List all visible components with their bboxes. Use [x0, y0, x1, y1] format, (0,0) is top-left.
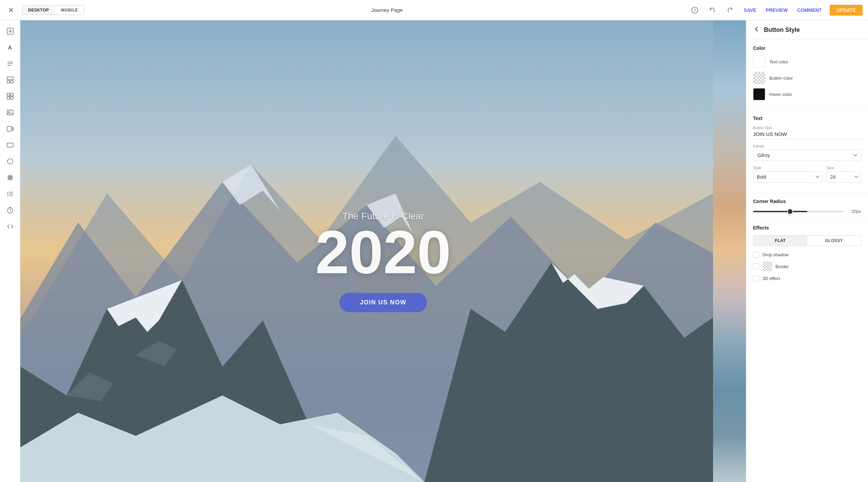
- text-color-label: Text color: [769, 59, 788, 64]
- grid-icon[interactable]: [3, 171, 17, 184]
- button-text-value[interactable]: JOIN US NOW: [753, 131, 861, 139]
- svg-rect-10: [7, 81, 10, 83]
- style-group: Style Bold Regular Italic Bold Italic: [753, 166, 823, 183]
- timer-icon[interactable]: [3, 203, 17, 217]
- corner-radius-title: Corner Radius: [753, 199, 861, 204]
- style-label: Style: [753, 166, 823, 170]
- save-button[interactable]: SAVE: [742, 5, 757, 15]
- list-icon[interactable]: [3, 187, 17, 201]
- glossy-button[interactable]: GLOSSY: [807, 236, 861, 246]
- text-icon[interactable]: A: [3, 41, 17, 54]
- family-select[interactable]: Gilroy Arial Helvetica Georgia: [753, 149, 861, 161]
- border-color-swatch: [763, 262, 772, 271]
- svg-point-28: [7, 194, 8, 195]
- button-text-label: Button Text: [753, 126, 861, 130]
- svg-rect-18: [7, 126, 12, 131]
- svg-point-27: [7, 192, 8, 193]
- svg-text:?: ?: [694, 8, 696, 13]
- canvas-cta-button[interactable]: JOIN US NOW: [339, 293, 427, 312]
- text-color-swatch: [753, 56, 765, 68]
- desktop-button[interactable]: DESKTOP: [22, 6, 55, 15]
- slider-row: 20px: [753, 209, 861, 214]
- drop-shadow-checkbox[interactable]: [753, 252, 759, 258]
- right-panel: Button Style Color Text color Button col…: [746, 20, 868, 482]
- font-family-group: Family Gilroy Arial Helvetica Georgia: [753, 144, 861, 161]
- hover-color-label: Hover color: [769, 92, 792, 97]
- circle-icon[interactable]: [3, 155, 17, 168]
- svg-rect-13: [11, 93, 13, 96]
- svg-point-17: [8, 111, 10, 113]
- corner-radius-section: Corner Radius 20px: [746, 193, 868, 220]
- redo-icon[interactable]: [725, 5, 735, 16]
- threed-effect-row: 3D effect: [753, 275, 861, 281]
- hover-color-row[interactable]: Hover color: [753, 88, 861, 100]
- page-title: Journey Page: [84, 7, 690, 13]
- svg-rect-9: [7, 77, 13, 80]
- panel-header: Button Style: [746, 20, 868, 40]
- video-icon[interactable]: [3, 122, 17, 136]
- effects-section: Effects FLAT GLOSSY Drop shadow Border 3…: [746, 220, 868, 291]
- radius-value: 20px: [848, 209, 861, 214]
- code-icon[interactable]: [3, 220, 17, 233]
- widget-icon[interactable]: [3, 89, 17, 103]
- effects-toggle-row: FLAT GLOSSY: [753, 235, 861, 246]
- topbar-actions: ? SAVE PREVIEW COMMENT UPDATE: [689, 5, 863, 16]
- help-icon[interactable]: ?: [689, 5, 700, 16]
- mobile-button[interactable]: MOBILE: [55, 6, 84, 15]
- size-group: Size 24 12 14 16 18 20 22 28 32: [827, 166, 861, 183]
- close-button[interactable]: ✕: [5, 5, 16, 16]
- border-label: Border: [775, 264, 789, 269]
- svg-rect-11: [11, 81, 13, 83]
- topbar: ✕ DESKTOP MOBILE Journey Page ? SAVE PRE…: [0, 0, 868, 20]
- size-select[interactable]: 24 12 14 16 18 20 22 28 32: [827, 171, 861, 183]
- drop-shadow-label: Drop shadow: [763, 252, 789, 257]
- text-section: Text Button Text JOIN US NOW Family Gilr…: [746, 110, 868, 193]
- media-icon[interactable]: [3, 106, 17, 119]
- button-color-label: Button color: [769, 76, 793, 81]
- hover-color-swatch: [753, 88, 765, 100]
- rectangle-icon[interactable]: [3, 138, 17, 152]
- svg-point-29: [7, 195, 8, 196]
- button-text-group: Button Text JOIN US NOW: [753, 126, 861, 139]
- text-section-title: Text: [753, 116, 861, 121]
- svg-rect-14: [7, 97, 10, 99]
- main-area: A: [0, 20, 868, 482]
- color-section-title: Color: [753, 45, 861, 51]
- panel-title: Button Style: [764, 26, 800, 34]
- border-row: Border: [753, 262, 861, 271]
- color-section: Color Text color Button color Hover colo…: [746, 40, 868, 110]
- svg-rect-16: [7, 110, 13, 115]
- preview-button[interactable]: PREVIEW: [765, 5, 789, 15]
- add-section-icon[interactable]: [3, 24, 17, 38]
- comment-button[interactable]: COMMENT: [796, 5, 823, 15]
- panel-back-button[interactable]: [753, 26, 760, 34]
- flat-button[interactable]: FLAT: [753, 236, 807, 246]
- style-size-row: Style Bold Regular Italic Bold Italic Si…: [753, 166, 861, 183]
- style-select[interactable]: Bold Regular Italic Bold Italic: [753, 171, 823, 183]
- effects-title: Effects: [753, 225, 861, 230]
- left-sidebar: A: [0, 20, 20, 482]
- border-checkbox[interactable]: [753, 263, 759, 269]
- text-color-row[interactable]: Text color: [753, 56, 861, 68]
- canvas-area: The Future Is Clear 2020 JOIN US NOW: [20, 20, 746, 482]
- button-color-row[interactable]: Button color: [753, 72, 861, 84]
- svg-line-35: [10, 210, 11, 211]
- threed-label: 3D effect: [763, 276, 780, 281]
- button-color-swatch: [753, 72, 765, 84]
- layout-icon[interactable]: [3, 73, 17, 87]
- radius-slider[interactable]: [753, 211, 844, 212]
- paragraph-icon[interactable]: [3, 57, 17, 71]
- svg-rect-19: [7, 143, 13, 147]
- canvas-year: 2020: [315, 222, 451, 283]
- device-toggle: DESKTOP MOBILE: [22, 5, 84, 15]
- drop-shadow-row: Drop shadow: [753, 252, 861, 258]
- size-label: Size: [827, 166, 861, 170]
- svg-rect-15: [11, 97, 13, 99]
- family-label: Family: [753, 144, 861, 148]
- update-button[interactable]: UPDATE: [830, 5, 863, 16]
- threed-checkbox[interactable]: [753, 275, 759, 281]
- svg-point-20: [7, 159, 13, 164]
- undo-icon[interactable]: [707, 5, 718, 16]
- svg-text:A: A: [8, 44, 12, 51]
- svg-rect-12: [7, 93, 10, 96]
